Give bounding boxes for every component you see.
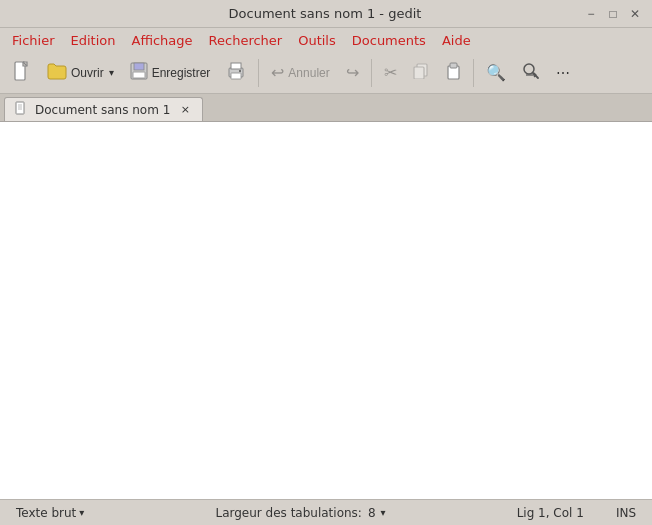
find-replace-icon xyxy=(522,62,540,83)
print-button[interactable] xyxy=(219,56,253,90)
find-icon: 🔍 xyxy=(486,63,506,82)
insert-mode-label: INS xyxy=(616,506,636,520)
paste-button[interactable] xyxy=(438,56,468,90)
svg-rect-12 xyxy=(450,63,457,68)
cursor-position: Lig 1, Col 1 xyxy=(511,506,590,520)
save-button[interactable]: Enregistrer xyxy=(123,56,218,90)
editor-area xyxy=(0,122,652,499)
undo-label: Annuler xyxy=(288,66,329,80)
tab-width-value: 8 xyxy=(368,506,376,520)
cut-icon: ✂ xyxy=(384,63,397,82)
menubar: Fichier Edition Affichage Rechercher Out… xyxy=(0,28,652,52)
tab-width-arrow: ▾ xyxy=(381,507,386,518)
open-label: Ouvrir xyxy=(71,66,104,80)
copy-button[interactable] xyxy=(406,56,436,90)
find-button[interactable]: 🔍 xyxy=(479,56,513,90)
tab-width-label: Largeur des tabulations: xyxy=(215,506,361,520)
svg-rect-7 xyxy=(231,73,241,79)
menu-outils[interactable]: Outils xyxy=(290,31,344,50)
tab-width-selector[interactable]: Largeur des tabulations: 8 ▾ xyxy=(209,506,391,520)
menu-rechercher[interactable]: Rechercher xyxy=(201,31,291,50)
copy-icon xyxy=(413,63,429,82)
titlebar: Document sans nom 1 - gedit − □ ✕ xyxy=(0,0,652,28)
menu-edition[interactable]: Edition xyxy=(63,31,124,50)
tab-label: Document sans nom 1 xyxy=(35,103,170,117)
tabbar: Document sans nom 1 × xyxy=(0,94,652,122)
svg-point-8 xyxy=(239,70,241,72)
undo-button[interactable]: ↩ Annuler xyxy=(264,56,336,90)
paste-icon xyxy=(445,62,461,83)
menu-fichier[interactable]: Fichier xyxy=(4,31,63,50)
editor-textarea[interactable] xyxy=(0,122,652,499)
more-icon: ⋯ xyxy=(556,65,571,81)
svg-rect-10 xyxy=(414,67,424,79)
tab-icon xyxy=(15,101,27,118)
new-button[interactable] xyxy=(6,56,38,90)
find-replace-button[interactable] xyxy=(515,56,547,90)
menu-documents[interactable]: Documents xyxy=(344,31,434,50)
svg-rect-4 xyxy=(133,72,145,78)
redo-button[interactable]: ↪ xyxy=(339,56,366,90)
document-tab[interactable]: Document sans nom 1 × xyxy=(4,97,203,121)
svg-rect-6 xyxy=(231,63,241,69)
cut-button[interactable]: ✂ xyxy=(377,56,404,90)
text-type-label: Texte brut xyxy=(16,506,76,520)
tab-close-button[interactable]: × xyxy=(178,103,192,117)
toolbar-sep-3 xyxy=(473,59,474,87)
insert-mode: INS xyxy=(610,506,642,520)
save-icon xyxy=(130,62,148,83)
window-title: Document sans nom 1 - gedit xyxy=(68,6,582,21)
close-button[interactable]: ✕ xyxy=(626,5,644,23)
menu-aide[interactable]: Aide xyxy=(434,31,479,50)
redo-icon: ↪ xyxy=(346,63,359,82)
print-icon xyxy=(226,62,246,83)
more-button[interactable]: ⋯ xyxy=(549,56,578,90)
open-button[interactable]: Ouvrir ▾ xyxy=(40,56,121,90)
svg-rect-3 xyxy=(134,63,144,70)
cursor-position-label: Lig 1, Col 1 xyxy=(517,506,584,520)
statusbar: Texte brut ▾ Largeur des tabulations: 8 … xyxy=(0,499,652,525)
open-folder-icon xyxy=(47,62,67,84)
save-label: Enregistrer xyxy=(152,66,211,80)
maximize-button[interactable]: □ xyxy=(604,5,622,23)
minimize-button[interactable]: − xyxy=(582,5,600,23)
window-controls: − □ ✕ xyxy=(582,5,644,23)
toolbar-sep-2 xyxy=(371,59,372,87)
svg-rect-16 xyxy=(16,102,24,114)
toolbar: Ouvrir ▾ Enregistrer ↩ Annuler xyxy=(0,52,652,94)
text-type-selector[interactable]: Texte brut ▾ xyxy=(10,506,90,520)
undo-icon: ↩ xyxy=(271,63,284,82)
open-dropdown-arrow: ▾ xyxy=(109,67,114,78)
menu-affichage[interactable]: Affichage xyxy=(123,31,200,50)
new-icon xyxy=(13,61,31,85)
text-type-arrow: ▾ xyxy=(79,507,84,518)
toolbar-sep-1 xyxy=(258,59,259,87)
